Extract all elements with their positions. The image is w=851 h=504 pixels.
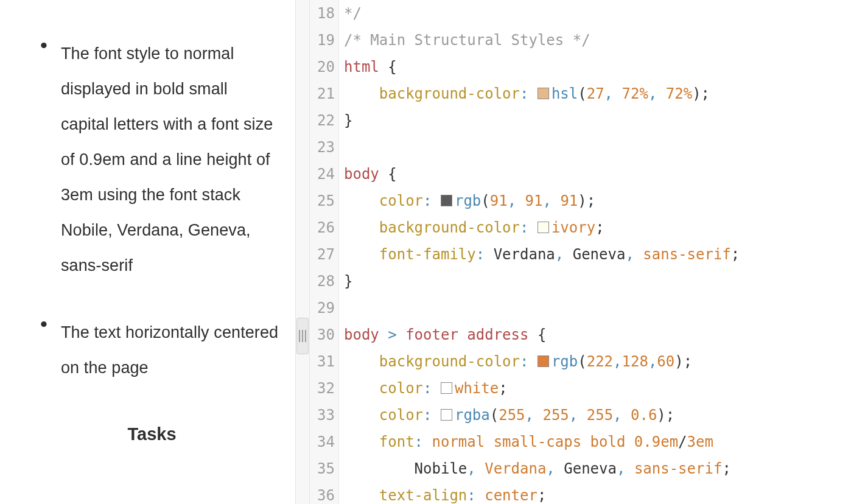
code-token: [397, 326, 405, 343]
code-token: [534, 407, 542, 424]
instruction-text: The font style to normal displayed in bo…: [61, 44, 273, 275]
code-token: [578, 407, 586, 424]
code-token: ,: [467, 460, 475, 477]
code-token: 255: [587, 407, 613, 424]
line-number: 31: [310, 348, 335, 375]
code-token: :: [423, 407, 432, 424]
code-token: 0.9em: [634, 433, 678, 450]
line-number: 20: [310, 54, 335, 80]
line-number: 24: [310, 161, 335, 187]
code-token: [657, 85, 665, 102]
code-token: (: [578, 353, 586, 370]
code-token: [528, 219, 537, 236]
line-number: 26: [310, 214, 335, 241]
code-token: {: [538, 326, 546, 343]
code-token: ,: [617, 460, 625, 477]
code-token: [476, 460, 485, 477]
code-token: ): [692, 85, 701, 102]
code-token: :: [423, 192, 432, 209]
code-token: center: [485, 487, 538, 504]
code-line[interactable]: text-align: center;: [344, 482, 851, 504]
code-token: ,: [648, 85, 657, 102]
code-editor[interactable]: 18192021222324252627282930313233343536 *…: [310, 0, 851, 504]
code-token: [528, 353, 537, 370]
code-token: sans-serif: [643, 246, 731, 263]
code-token: ;: [731, 246, 740, 263]
code-line[interactable]: color: rgba(255, 255, 255, 0.6);: [344, 402, 851, 429]
code-token: 91: [490, 192, 508, 209]
code-line[interactable]: [344, 295, 851, 321]
code-token: [625, 460, 634, 477]
code-token: Geneva: [573, 246, 626, 263]
code-token: body: [344, 166, 379, 183]
panel-splitter[interactable]: [295, 0, 310, 504]
code-token: /: [678, 433, 687, 450]
color-swatch-icon: [538, 355, 549, 367]
code-token: ivory: [552, 219, 595, 236]
code-line[interactable]: [344, 134, 851, 161]
code-token: 128: [622, 353, 648, 370]
color-swatch-icon: [538, 88, 549, 99]
code-token: [625, 433, 634, 450]
code-token: 3em: [687, 433, 713, 450]
code-token: ;: [595, 219, 604, 236]
instruction-text: The text horizontally centered on the pa…: [61, 323, 278, 377]
splitter-handle[interactable]: [296, 318, 309, 354]
code-line[interactable]: background-color: rgb(222,128,60);: [344, 348, 851, 375]
code-token: text-align: [379, 487, 468, 504]
code-token: [344, 380, 379, 397]
code-token: 27: [587, 85, 604, 102]
code-token: /* Main Structural Styles */: [344, 32, 590, 49]
code-line[interactable]: html {: [344, 54, 851, 80]
code-content[interactable]: *//* Main Structural Styles */html { bac…: [339, 0, 851, 504]
code-token: [432, 407, 441, 424]
code-token: color: [379, 407, 423, 424]
code-line[interactable]: }: [344, 107, 851, 134]
code-line[interactable]: background-color: hsl(27, 72%, 72%);: [344, 80, 851, 107]
code-token: Geneva: [564, 460, 617, 477]
code-token: 255: [542, 407, 569, 424]
instructions-panel: ...; The font style to normal displayed …: [0, 0, 295, 504]
code-token: [552, 192, 560, 209]
code-token: [581, 433, 590, 450]
code-line[interactable]: color: white;: [344, 375, 851, 402]
list-item: The text horizontally centered on the pa…: [35, 315, 279, 385]
code-token: [528, 326, 537, 343]
code-token: (: [490, 407, 499, 424]
code-line[interactable]: body > footer address {: [344, 321, 851, 348]
code-token: font: [379, 433, 415, 450]
code-token: [344, 85, 379, 102]
code-token: [555, 460, 564, 477]
code-token: :: [520, 85, 528, 102]
code-line[interactable]: }: [344, 268, 851, 295]
code-token: [634, 246, 643, 263]
code-line[interactable]: Nobile, Verdana, Geneva, sans-serif;: [344, 455, 851, 482]
code-token: }: [344, 112, 352, 129]
code-line[interactable]: font: normal small-caps bold 0.9em/3em: [344, 429, 851, 455]
code-token: Verdana: [494, 246, 555, 263]
code-token: ,: [648, 353, 657, 370]
code-token: ,: [604, 85, 613, 102]
code-token: ,: [508, 192, 516, 209]
code-token: :: [520, 353, 528, 370]
code-token: rgba: [455, 407, 490, 424]
code-token: font-family: [379, 246, 476, 263]
code-token: [344, 433, 379, 450]
code-token: [528, 85, 537, 102]
code-line[interactable]: /* Main Structural Styles */: [344, 27, 851, 54]
code-token: Nobile: [415, 460, 468, 477]
code-token: ,: [555, 246, 564, 263]
code-token: [485, 246, 493, 263]
code-token: [344, 192, 379, 209]
line-number: 25: [310, 187, 335, 214]
code-line[interactable]: color: rgb(91, 91, 91);: [344, 187, 851, 214]
code-token: normal: [432, 433, 485, 450]
color-swatch-icon: [538, 222, 549, 233]
code-token: 0.6: [631, 407, 657, 424]
line-number: 33: [310, 402, 335, 429]
code-line[interactable]: font-family: Verdana, Geneva, sans-serif…: [344, 241, 851, 268]
code-line[interactable]: body {: [344, 161, 851, 187]
code-line[interactable]: */: [344, 0, 851, 27]
code-line[interactable]: background-color: ivory;: [344, 214, 851, 241]
line-number: 35: [310, 455, 335, 482]
